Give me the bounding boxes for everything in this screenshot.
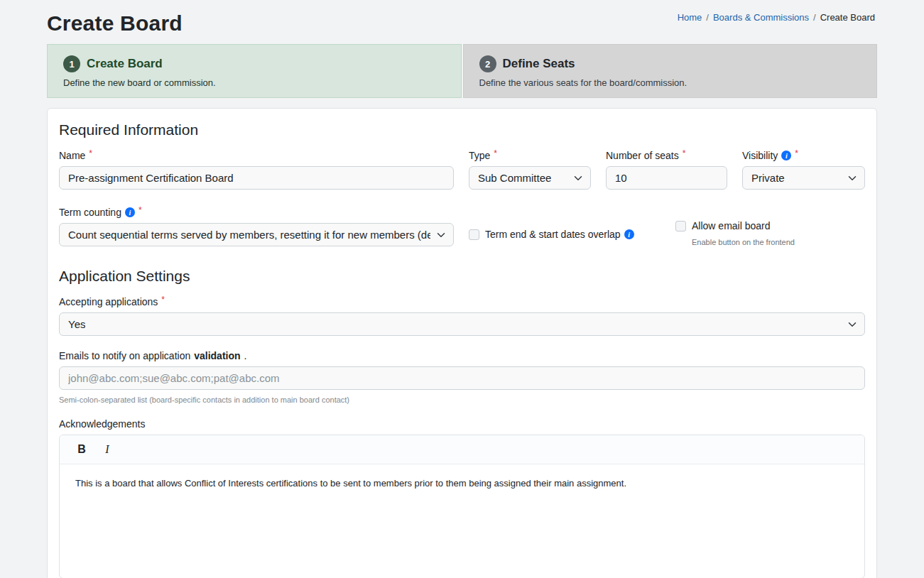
step-1-number-badge: 1 xyxy=(63,55,80,72)
breadcrumb: Home / Boards & Commissions / Create Boa… xyxy=(678,12,875,23)
notify-emails-input[interactable] xyxy=(59,366,865,390)
info-icon[interactable]: i xyxy=(781,151,791,160)
term-counting-select-value: Count sequential terms served by members… xyxy=(68,229,430,241)
allow-email-board-checkbox[interactable] xyxy=(675,221,686,231)
notify-emails-label-bold: validation xyxy=(194,350,240,361)
wizard-steps: 1 Create Board Define the new board or c… xyxy=(47,44,877,98)
acknowledgements-label-text: Acknowledgements xyxy=(59,418,145,430)
type-select-value: Sub Committee xyxy=(478,172,551,184)
accepting-applications-field-group: Accepting applications * Yes xyxy=(59,296,865,336)
breadcrumb-separator: / xyxy=(706,12,709,23)
term-counting-row: Term counting i * Count sequential terms… xyxy=(59,207,865,246)
term-counting-field-group: Term counting i * Count sequential terms… xyxy=(59,207,454,246)
required-asterisk: * xyxy=(89,148,92,158)
visibility-select-value: Private xyxy=(751,172,785,184)
seats-label: Number of seats * xyxy=(606,150,727,161)
breadcrumb-separator: / xyxy=(813,12,816,23)
breadcrumb-boards-commissions-link[interactable]: Boards & Commissions xyxy=(713,12,809,23)
bold-button[interactable]: B xyxy=(71,440,92,459)
email-board-checkbox-line: Allow email board xyxy=(675,220,865,231)
step-1-subtitle: Define the new board or commission. xyxy=(63,77,445,88)
email-board-help-text: Enable button on the frontend xyxy=(675,238,865,246)
chevron-down-icon xyxy=(848,320,857,329)
step-1-title: Create Board xyxy=(87,57,163,71)
term-overlap-checkbox[interactable] xyxy=(469,229,479,240)
visibility-label: Visibility i * xyxy=(742,150,865,161)
name-label-text: Name xyxy=(59,150,85,161)
create-board-form-card: Required Information Name * Type * Sub C… xyxy=(47,108,877,578)
required-asterisk: * xyxy=(161,295,165,305)
accepting-applications-select[interactable]: Yes xyxy=(59,312,865,336)
visibility-label-text: Visibility xyxy=(742,150,778,161)
visibility-field-group: Visibility i * Private xyxy=(742,150,865,190)
required-asterisk: * xyxy=(683,148,686,158)
required-asterisk: * xyxy=(795,148,798,158)
number-of-seats-input[interactable] xyxy=(606,166,727,190)
name-input[interactable] xyxy=(59,166,454,190)
name-label: Name * xyxy=(59,150,454,161)
term-counting-label-text: Term counting xyxy=(59,207,121,218)
term-overlap-label-text: Term end & start dates overlap xyxy=(485,229,621,240)
term-counting-select[interactable]: Count sequential terms served by members… xyxy=(59,223,454,246)
seats-label-text: Number of seats xyxy=(606,150,679,161)
required-asterisk: * xyxy=(494,148,497,158)
acknowledgements-label: Acknowledgements xyxy=(59,418,865,430)
email-board-checkbox-cell: Allow email board Enable button on the f… xyxy=(675,207,865,246)
notify-emails-help-text: Semi-colon-separated list (board-specifi… xyxy=(59,396,865,404)
visibility-select[interactable]: Private xyxy=(742,166,865,190)
type-field-group: Type * Sub Committee xyxy=(469,150,591,190)
chevron-down-icon xyxy=(574,174,582,182)
info-icon[interactable]: i xyxy=(125,207,135,217)
info-icon[interactable]: i xyxy=(624,229,634,239)
type-label-text: Type xyxy=(469,150,490,161)
italic-button[interactable]: I xyxy=(97,440,118,459)
application-settings-heading: Application Settings xyxy=(59,268,865,285)
acknowledgements-rich-text-editor: B I This is a board that allows Conflict… xyxy=(59,435,865,578)
required-information-heading: Required Information xyxy=(59,121,865,138)
breadcrumb-current-page: Create Board xyxy=(820,12,875,23)
step-1-header: 1 Create Board xyxy=(63,55,445,72)
notify-emails-label: Emails to notify on application validati… xyxy=(59,350,865,361)
allow-email-board-checkbox-label[interactable]: Allow email board xyxy=(692,220,771,231)
allow-email-board-label-text: Allow email board xyxy=(692,220,771,231)
seats-field-group: Number of seats * xyxy=(606,150,727,190)
breadcrumb-home-link[interactable]: Home xyxy=(678,12,702,23)
required-fields-row: Name * Type * Sub Committee xyxy=(59,150,865,190)
overlap-checkbox-cell: Term end & start dates overlap i xyxy=(469,207,661,246)
name-field-group: Name * xyxy=(59,150,454,190)
step-2-header: 2 Define Seats xyxy=(479,55,862,72)
overlap-checkbox-line: Term end & start dates overlap i xyxy=(469,229,661,246)
accepting-applications-select-value: Yes xyxy=(68,318,85,330)
step-2-subtitle: Define the various seats for the board/c… xyxy=(479,77,862,88)
editor-toolbar: B I xyxy=(60,435,864,464)
step-2-number-badge: 2 xyxy=(479,55,496,72)
step-2-title: Define Seats xyxy=(503,57,575,71)
wizard-step-create-board[interactable]: 1 Create Board Define the new board or c… xyxy=(47,44,462,98)
acknowledgements-editor-content[interactable]: This is a board that allows Conflict of … xyxy=(60,464,864,578)
accepting-applications-label: Accepting applications * xyxy=(59,296,865,307)
notify-emails-label-suffix: . xyxy=(244,350,247,361)
required-asterisk: * xyxy=(138,205,142,215)
chevron-down-icon xyxy=(437,231,445,239)
accepting-applications-label-text: Accepting applications xyxy=(59,296,158,307)
type-select[interactable]: Sub Committee xyxy=(469,166,591,190)
term-overlap-checkbox-label[interactable]: Term end & start dates overlap i xyxy=(485,229,634,240)
term-counting-label: Term counting i * xyxy=(59,207,454,218)
page-header: Create Board Home / Boards & Commissions… xyxy=(47,0,877,36)
notify-emails-label-prefix: Emails to notify on application xyxy=(59,350,190,361)
chevron-down-icon xyxy=(848,174,857,182)
acknowledgements-field-group: Acknowledgements B I This is a board tha… xyxy=(59,418,865,578)
notify-emails-field-group: Emails to notify on application validati… xyxy=(59,350,865,404)
wizard-step-define-seats[interactable]: 2 Define Seats Define the various seats … xyxy=(463,44,878,98)
type-label: Type * xyxy=(469,150,591,161)
